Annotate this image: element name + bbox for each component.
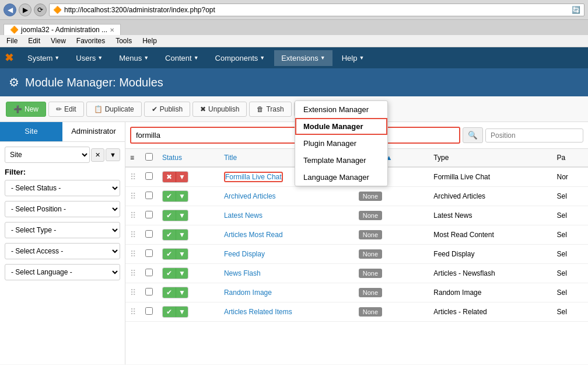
sidebar-tab-administrator[interactable]: Administrator <box>62 122 125 141</box>
position-input[interactable] <box>485 128 583 142</box>
status-dropdown[interactable]: ▼ <box>176 268 188 279</box>
drag-handle[interactable]: ⠿ <box>125 167 141 187</box>
trash-icon: 🗑 <box>257 105 264 113</box>
duplicate-button[interactable]: 📋 Duplicate <box>86 102 142 117</box>
nav-menus[interactable]: Menus ▼ <box>112 50 156 66</box>
col-status: Status <box>158 149 219 167</box>
status-dropdown[interactable]: ▼ <box>176 287 188 298</box>
forward-button[interactable]: ▶ <box>19 4 32 16</box>
publish-button[interactable]: ✔ Publish <box>144 102 190 117</box>
row-checkbox[interactable] <box>141 206 158 225</box>
row-position: None <box>354 245 429 264</box>
drag-handle[interactable]: ⠿ <box>125 283 141 303</box>
nav-help[interactable]: Help ▼ <box>335 50 372 66</box>
status-toggle[interactable]: ✔ <box>163 287 176 298</box>
tab-close[interactable]: ✕ <box>110 27 114 33</box>
refresh-button[interactable]: ⟳ <box>34 4 47 16</box>
module-title-link[interactable]: Archived Articles <box>224 192 276 200</box>
module-title-link[interactable]: News Flash <box>224 269 261 277</box>
edit-button[interactable]: ✏ Edit <box>48 102 84 117</box>
dropdown-extension-manager[interactable]: Extension Manager <box>295 101 387 118</box>
row-checkbox[interactable] <box>141 264 158 283</box>
status-filter[interactable]: - Select Status - <box>5 180 120 196</box>
menu-edit[interactable]: Edit <box>26 36 42 46</box>
access-filter[interactable]: - Select Access - <box>5 243 120 259</box>
status-dropdown[interactable]: ▼ <box>176 307 188 317</box>
new-button[interactable]: ➕ New <box>6 102 46 117</box>
admin-nav: ✖ System ▼ Users ▼ Menus ▼ Content ▼ Com… <box>0 47 588 68</box>
row-checkbox[interactable] <box>141 303 158 322</box>
site-filter-select[interactable]: Site <box>5 147 90 163</box>
type-filter[interactable]: - Select Type - <box>5 222 120 238</box>
title-sort[interactable]: Title <box>224 154 237 162</box>
dropdown-module-manager[interactable]: Module Manager <box>295 118 387 135</box>
page-title: Module Manager: Modules <box>25 76 163 89</box>
dropdown-template-manager[interactable]: Template Manager <box>295 152 387 169</box>
status-sort[interactable]: Status <box>162 154 182 162</box>
status-dropdown[interactable]: ▼ <box>176 249 188 259</box>
browser-tab[interactable]: 🔶 joomla32 - Administration ... ✕ <box>4 24 121 35</box>
site-filter-clear[interactable]: ✕ <box>91 148 104 162</box>
menu-favorites[interactable]: Favorites <box>75 36 107 46</box>
trash-button[interactable]: 🗑 Trash <box>249 102 291 117</box>
sidebar-tab-site[interactable]: Site <box>0 122 62 141</box>
nav-content[interactable]: Content ▼ <box>158 50 205 66</box>
col-pages: Pa <box>552 149 588 167</box>
module-title-link[interactable]: Feed Display <box>224 250 265 258</box>
drag-handle[interactable]: ⠿ <box>125 245 141 264</box>
language-filter[interactable]: - Select Language - <box>5 264 120 280</box>
row-checkbox[interactable] <box>141 283 158 303</box>
drag-handle[interactable]: ⠿ <box>125 225 141 245</box>
tab-title: joomla32 - Administration ... <box>21 26 107 34</box>
module-title-link[interactable]: Formilla Live Chat <box>225 173 282 181</box>
drag-handle[interactable]: ⠿ <box>125 206 141 225</box>
nav-users[interactable]: Users ▼ <box>69 50 110 66</box>
status-toggle[interactable]: ✔ <box>163 230 176 240</box>
row-status: ✔ ▼ <box>158 187 219 206</box>
row-title: Articles Most Read <box>219 225 354 245</box>
position-filter-select[interactable]: - Select Position - <box>5 201 120 217</box>
dropdown-plugin-manager[interactable]: Plugin Manager <box>295 135 387 152</box>
table-row: ⠿ ✔ ▼ Feed Display None Feed Display Sel <box>125 245 588 264</box>
row-checkbox[interactable] <box>141 225 158 245</box>
module-title-link[interactable]: Articles Related Items <box>224 308 292 316</box>
nav-system[interactable]: System ▼ <box>20 50 66 66</box>
menu-tools[interactable]: Tools <box>114 36 134 46</box>
row-checkbox[interactable] <box>141 245 158 264</box>
status-dropdown[interactable]: ▼ <box>176 172 188 182</box>
status-toggle[interactable]: ✔ <box>163 191 176 201</box>
menu-view[interactable]: View <box>49 36 68 46</box>
status-toggle[interactable]: ✔ <box>163 268 176 279</box>
module-title-link[interactable]: Articles Most Read <box>224 231 283 239</box>
unpublish-button[interactable]: ✖ Unpublish <box>192 102 247 117</box>
status-toggle[interactable]: ✔ <box>163 307 176 317</box>
back-button[interactable]: ◀ <box>4 4 16 16</box>
status-dropdown[interactable]: ▼ <box>176 210 188 221</box>
select-all-checkbox[interactable] <box>145 153 153 161</box>
row-pages: Nor <box>552 167 588 187</box>
status-toggle[interactable]: ✔ <box>163 249 176 259</box>
drag-handle[interactable]: ⠿ <box>125 303 141 322</box>
menu-file[interactable]: File <box>5 36 19 46</box>
status-toggle[interactable]: ✖ <box>163 172 176 182</box>
nav-extensions[interactable]: Extensions ▼ <box>274 50 332 66</box>
dropdown-language-manager[interactable]: Language Manager <box>295 169 387 186</box>
drag-handle[interactable]: ⠿ <box>125 264 141 283</box>
drag-handle[interactable]: ⠿ <box>125 187 141 206</box>
row-position: None <box>354 206 429 225</box>
site-filter-dropdown[interactable]: ▼ <box>106 148 120 161</box>
row-checkbox[interactable] <box>141 167 158 187</box>
url-input[interactable] <box>64 6 569 14</box>
status-dropdown[interactable]: ▼ <box>176 191 188 201</box>
menu-help[interactable]: Help <box>141 36 159 46</box>
module-title-link[interactable]: Random Image <box>224 288 272 297</box>
status-toggle[interactable]: ✔ <box>163 210 176 221</box>
nav-components[interactable]: Components ▼ <box>208 50 272 66</box>
row-type: Articles - Related <box>429 303 552 322</box>
row-title: Archived Articles <box>219 187 354 206</box>
row-checkbox[interactable] <box>141 187 158 206</box>
status-dropdown[interactable]: ▼ <box>176 230 188 240</box>
search-button[interactable]: 🔍 <box>463 127 483 143</box>
module-title-link[interactable]: Latest News <box>224 211 262 220</box>
table-row: ⠿ ✔ ▼ Latest News None Latest News Sel <box>125 206 588 225</box>
